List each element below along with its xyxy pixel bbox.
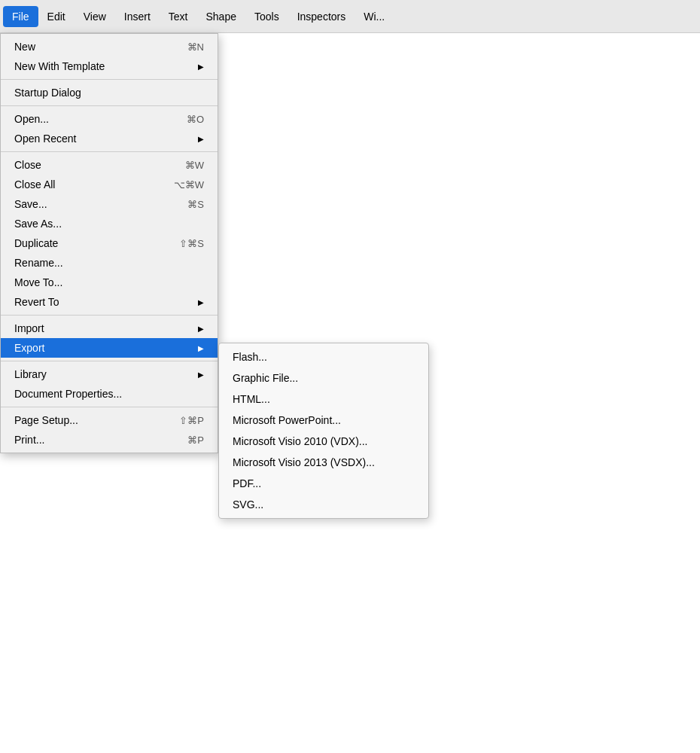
separator-3 <box>1 151 218 152</box>
export-graphic-file[interactable]: Graphic File... <box>219 367 428 389</box>
menubar-item-edit[interactable]: Edit <box>38 6 75 27</box>
menu-item-close[interactable]: Close ⌘W <box>1 155 218 175</box>
menu-item-open[interactable]: Open... ⌘O <box>1 109 218 129</box>
export-ms-powerpoint[interactable]: Microsoft PowerPoint... <box>219 410 428 431</box>
menu-item-import[interactable]: Import ▶ <box>1 319 218 338</box>
separator-4 <box>1 315 218 316</box>
menu-item-document-properties[interactable]: Document Properties... <box>1 384 218 404</box>
export-ms-visio-2013[interactable]: Microsoft Visio 2013 (VSDX)... <box>219 452 428 473</box>
menu-item-save-as[interactable]: Save As... <box>1 214 218 233</box>
menu-item-startup-dialog[interactable]: Startup Dialog <box>1 83 218 102</box>
file-dropdown: New ⌘N New With Template ▶ Startup Dialo… <box>0 33 218 453</box>
menu-item-new[interactable]: New ⌘N <box>1 37 218 56</box>
export-html[interactable]: HTML... <box>219 389 428 410</box>
separator-5 <box>1 361 218 361</box>
menubar: File Edit View Insert Text Shape Tools I… <box>0 0 700 33</box>
menu-item-page-setup[interactable]: Page Setup... ⇧⌘P <box>1 410 218 430</box>
menu-item-export[interactable]: Export ▶ <box>1 338 218 358</box>
file-menu: New ⌘N New With Template ▶ Startup Dialo… <box>0 33 218 453</box>
menu-item-save[interactable]: Save... ⌘S <box>1 194 218 214</box>
menubar-item-text[interactable]: Text <box>160 6 197 27</box>
separator-1 <box>1 79 218 80</box>
menubar-item-file[interactable]: File <box>3 6 38 27</box>
menu-item-move-to[interactable]: Move To... <box>1 273 218 292</box>
menu-item-open-recent[interactable]: Open Recent ▶ <box>1 129 218 148</box>
menu-item-close-all[interactable]: Close All ⌥⌘W <box>1 175 218 194</box>
export-ms-visio-2010[interactable]: Microsoft Visio 2010 (VDX)... <box>219 431 428 452</box>
menubar-item-tools[interactable]: Tools <box>245 6 288 27</box>
export-flash[interactable]: Flash... <box>219 346 428 367</box>
menu-item-print[interactable]: Print... ⌘P <box>1 430 218 450</box>
menubar-item-view[interactable]: View <box>75 6 115 27</box>
menubar-item-window[interactable]: Wi... <box>355 6 394 27</box>
export-svg[interactable]: SVG... <box>219 494 428 515</box>
export-submenu: Flash... Graphic File... HTML... Microso… <box>218 343 429 519</box>
export-submenu-container: Flash... Graphic File... HTML... Microso… <box>218 343 429 519</box>
export-pdf[interactable]: PDF... <box>219 473 428 494</box>
menu-item-rename[interactable]: Rename... <box>1 253 218 273</box>
menu-item-library[interactable]: Library ▶ <box>1 364 218 384</box>
menu-item-new-with-template[interactable]: New With Template ▶ <box>1 56 218 76</box>
menu-item-revert-to[interactable]: Revert To ▶ <box>1 292 218 312</box>
separator-6 <box>1 407 218 407</box>
separator-2 <box>1 105 218 106</box>
menubar-item-inspectors[interactable]: Inspectors <box>288 6 355 27</box>
menu-item-duplicate[interactable]: Duplicate ⇧⌘S <box>1 233 218 253</box>
menubar-item-insert[interactable]: Insert <box>115 6 160 27</box>
menubar-item-shape[interactable]: Shape <box>196 6 245 27</box>
